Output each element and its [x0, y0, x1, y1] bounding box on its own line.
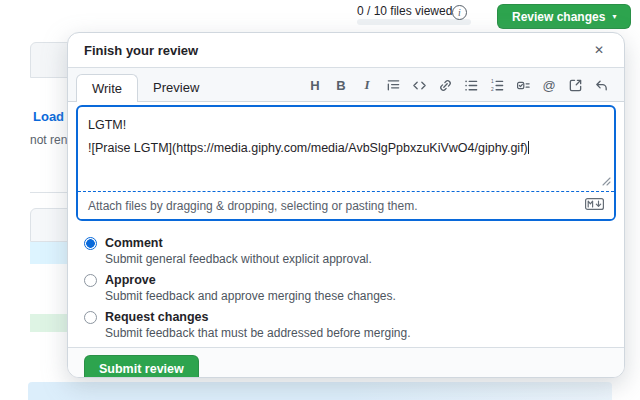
review-type-options: Comment Submit general feedback without … — [68, 229, 624, 347]
bold-icon[interactable]: B — [330, 74, 352, 96]
link-icon[interactable] — [434, 74, 456, 96]
attach-files-bar[interactable]: Attach files by dragging & dropping, sel… — [78, 191, 614, 219]
svg-text:2: 2 — [490, 87, 493, 92]
tab-write[interactable]: Write — [76, 74, 138, 102]
page: Load diff not rendered by default. 0 / 1… — [0, 0, 640, 400]
mention-icon[interactable]: @ — [538, 74, 560, 96]
option-approve-label: Approve — [105, 273, 396, 288]
svg-text:1: 1 — [490, 78, 493, 83]
review-changes-label: Review changes — [512, 10, 605, 24]
option-request-changes-desc: Submit feedback that must be addressed b… — [105, 326, 411, 341]
files-viewed-progress — [357, 19, 471, 25]
radio-request-changes[interactable] — [84, 311, 97, 324]
chevron-down-icon: ▾ — [612, 13, 616, 21]
radio-comment[interactable] — [84, 237, 97, 250]
dialog-title: Finish your review — [84, 43, 198, 58]
finish-review-dialog: Finish your review ✕ Write Preview H B I — [67, 32, 625, 378]
attach-files-text: Attach files by dragging & dropping, sel… — [88, 199, 418, 213]
list-unordered-icon[interactable] — [460, 74, 482, 96]
diff-expander-bar — [28, 382, 612, 400]
markdown-icon — [585, 198, 604, 213]
option-comment-desc: Submit general feedback without explicit… — [105, 252, 372, 267]
option-comment-label: Comment — [105, 236, 372, 251]
heading-icon[interactable]: H — [304, 74, 326, 96]
option-request-changes[interactable]: Request changes Submit feedback that mus… — [84, 310, 608, 341]
tab-preview[interactable]: Preview — [138, 74, 214, 101]
info-icon[interactable]: i — [452, 5, 467, 20]
code-icon[interactable] — [408, 74, 430, 96]
reply-icon[interactable] — [590, 74, 612, 96]
dialog-header: Finish your review ✕ — [68, 33, 624, 68]
files-viewed-counter: 0 / 10 files viewed — [357, 4, 452, 18]
submit-review-button[interactable]: Submit review — [84, 355, 199, 378]
resize-grip-icon[interactable] — [602, 172, 611, 190]
tasklist-icon[interactable] — [512, 74, 534, 96]
cross-reference-icon[interactable] — [564, 74, 586, 96]
review-changes-button[interactable]: Review changes ▾ — [497, 4, 631, 29]
quote-icon[interactable] — [382, 74, 404, 96]
pr-toolbar: 0 / 10 files viewed i Review changes ▾ — [0, 0, 640, 30]
dialog-footer: Submit review — [68, 347, 624, 378]
comment-editor-box: LGTM!![Praise LGTM](https://media.giphy.… — [76, 105, 616, 221]
option-request-changes-label: Request changes — [105, 310, 411, 325]
list-ordered-icon[interactable]: 1 2 — [486, 74, 508, 96]
option-approve[interactable]: Approve Submit feedback and approve merg… — [84, 273, 608, 304]
comment-tabnav: Write Preview H B I — [68, 68, 624, 102]
editor-line-1: LGTM! — [88, 118, 126, 132]
close-icon[interactable]: ✕ — [590, 41, 608, 59]
markdown-toolbar: H B I — [304, 74, 616, 101]
text-caret — [528, 141, 529, 154]
italic-icon[interactable]: I — [356, 74, 378, 96]
editor-line-2: ![Praise LGTM](https://media.giphy.com/m… — [88, 141, 528, 155]
option-comment[interactable]: Comment Submit general feedback without … — [84, 236, 608, 267]
review-comment-textarea[interactable]: LGTM!![Praise LGTM](https://media.giphy.… — [78, 107, 614, 191]
option-approve-desc: Submit feedback and approve merging thes… — [105, 289, 396, 304]
radio-approve[interactable] — [84, 274, 97, 287]
